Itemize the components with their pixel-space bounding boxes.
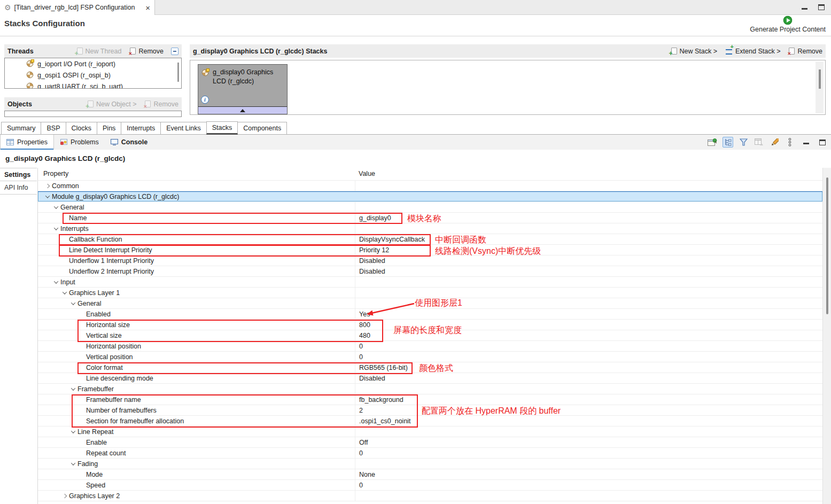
- property-row[interactable]: General: [38, 202, 822, 213]
- property-value[interactable]: [355, 277, 822, 287]
- property-row[interactable]: Line Repeat: [38, 427, 822, 437]
- remove-stack-button[interactable]: Remove: [789, 48, 822, 55]
- side-tab-api-info[interactable]: API Info: [0, 181, 37, 195]
- chevron-down-icon[interactable]: [69, 430, 77, 433]
- property-value[interactable]: DisplayVsyncCallback: [355, 234, 822, 244]
- property-value[interactable]: Disabled: [355, 266, 822, 276]
- tab-clocks[interactable]: Clocks: [66, 122, 98, 134]
- property-value[interactable]: 0: [355, 480, 822, 490]
- collapse-all-icon[interactable]: [171, 48, 178, 55]
- stack-card-g-display0[interactable]: g_display0 Graphics LCD (r_glcdc) i: [198, 64, 288, 114]
- threads-scrollbar[interactable]: [177, 63, 179, 82]
- extend-stack-button[interactable]: Extend Stack >: [726, 48, 780, 55]
- property-row[interactable]: Callback FunctionDisplayVsyncCallback: [38, 234, 822, 245]
- property-row[interactable]: Horizontal position0: [38, 341, 822, 352]
- chevron-down-icon[interactable]: [69, 387, 77, 391]
- property-row[interactable]: Interrupts: [38, 223, 822, 234]
- minimize-view-icon[interactable]: [803, 140, 809, 144]
- chevron-down-icon[interactable]: [52, 206, 60, 209]
- property-value[interactable]: 0: [355, 352, 822, 362]
- property-row[interactable]: Speed0: [38, 480, 822, 491]
- new-object-button[interactable]: New Object >: [88, 100, 136, 108]
- tab-bsp[interactable]: BSP: [41, 122, 66, 134]
- property-row[interactable]: Section for framebuffer allocation.ospi1…: [38, 416, 822, 427]
- new-window-pin-icon[interactable]: [707, 137, 718, 148]
- new-thread-button[interactable]: New Thread: [77, 48, 122, 55]
- property-row[interactable]: EnableOff: [38, 437, 822, 448]
- property-row[interactable]: Vertical size480: [38, 330, 822, 341]
- generate-project-content-button[interactable]: Generate Project Content: [750, 16, 826, 33]
- maximize-view-icon[interactable]: [819, 139, 826, 145]
- property-value[interactable]: [355, 384, 822, 394]
- property-value[interactable]: .ospi1_cs0_noinit: [355, 416, 822, 426]
- property-row[interactable]: Graphics Layer 2: [38, 491, 822, 501]
- property-row[interactable]: Repeat count0: [38, 448, 822, 459]
- property-value[interactable]: Disabled: [355, 255, 822, 266]
- property-value[interactable]: RGB565 (16-bit): [355, 362, 822, 373]
- chevron-down-icon[interactable]: [52, 281, 60, 284]
- tab-interrupts[interactable]: Interrupts: [121, 122, 161, 134]
- copy-table-icon[interactable]: [754, 137, 764, 148]
- diagram-scrollbar-thumb[interactable]: [819, 69, 821, 89]
- thread-item[interactable]: g_uart8 UART (r_sci_b_uart): [5, 81, 181, 89]
- property-value[interactable]: [355, 223, 822, 234]
- property-value[interactable]: [355, 491, 822, 501]
- stack-card-expand-strip[interactable]: [198, 106, 287, 114]
- property-row[interactable]: EnabledYes: [38, 309, 822, 320]
- new-stack-button[interactable]: New Stack >: [671, 48, 718, 55]
- property-value[interactable]: 0: [355, 448, 822, 458]
- pen-icon[interactable]: [769, 137, 780, 148]
- property-value[interactable]: Yes: [355, 309, 822, 319]
- minimize-icon[interactable]: [802, 5, 807, 10]
- chevron-right-icon[interactable]: [43, 184, 52, 188]
- property-row[interactable]: Framebuffer: [38, 384, 822, 394]
- property-value[interactable]: [355, 459, 822, 469]
- property-row[interactable]: Horizontal size800: [38, 320, 822, 330]
- property-value[interactable]: [355, 191, 822, 201]
- property-row[interactable]: Common: [38, 181, 822, 191]
- tab-properties[interactable]: Properties: [0, 135, 54, 150]
- property-value[interactable]: [355, 298, 822, 308]
- property-value[interactable]: [355, 288, 822, 298]
- property-value[interactable]: 800: [355, 320, 822, 330]
- property-row[interactable]: Nameg_display0: [38, 213, 822, 223]
- remove-thread-button[interactable]: Remove: [130, 48, 164, 55]
- tab-pins[interactable]: Pins: [97, 122, 121, 134]
- property-value[interactable]: [355, 181, 822, 191]
- maximize-icon[interactable]: [818, 4, 825, 10]
- property-value[interactable]: [355, 427, 822, 437]
- property-row[interactable]: Input: [38, 277, 822, 288]
- property-value[interactable]: 0: [355, 341, 822, 351]
- tab-components[interactable]: Components: [237, 122, 287, 134]
- tab-summary[interactable]: Summary: [1, 122, 41, 134]
- remove-object-button[interactable]: Remove: [145, 100, 178, 108]
- thread-item[interactable]: g_ospi1 OSPI (r_ospi_b): [5, 69, 181, 81]
- link-with-editor-icon[interactable]: [723, 137, 733, 148]
- property-value[interactable]: Off: [355, 437, 822, 447]
- properties-scrollbar-thumb[interactable]: [826, 177, 828, 314]
- property-value[interactable]: g_display0: [355, 213, 822, 223]
- property-row[interactable]: Underflow 2 Interrupt PriorityDisabled: [38, 266, 822, 277]
- tab-event-links[interactable]: Event Links: [160, 122, 207, 134]
- tab-console[interactable]: Console: [105, 135, 153, 150]
- property-value[interactable]: None: [355, 469, 822, 479]
- property-row[interactable]: Module g_display0 Graphics LCD (r_glcdc): [38, 191, 822, 202]
- property-row[interactable]: Underflow 1 Interrupt PriorityDisabled: [38, 255, 822, 266]
- property-row[interactable]: General: [38, 298, 822, 309]
- chevron-down-icon[interactable]: [60, 291, 69, 294]
- property-row[interactable]: Vertical position0: [38, 352, 822, 362]
- property-row[interactable]: Line Detect Interrupt PriorityPriority 1…: [38, 245, 822, 255]
- property-value[interactable]: Priority 12: [355, 245, 822, 255]
- editor-tab-fsp-configuration[interactable]: ⚙ [Titan_driver_rgb_lcd] FSP Configurati…: [0, 0, 155, 15]
- property-row[interactable]: Color formatRGB565 (16-bit): [38, 362, 822, 373]
- property-row[interactable]: ModeNone: [38, 469, 822, 480]
- close-icon[interactable]: ×: [145, 3, 150, 12]
- chevron-right-icon[interactable]: [60, 494, 69, 498]
- chevron-down-icon[interactable]: [69, 462, 77, 466]
- property-value[interactable]: fb_background: [355, 394, 822, 405]
- view-menu-icon[interactable]: [785, 137, 795, 148]
- chevron-down-icon[interactable]: [43, 195, 52, 198]
- property-row[interactable]: Number of framebuffers2: [38, 405, 822, 416]
- property-row[interactable]: Framebuffer namefb_background: [38, 394, 822, 405]
- property-value[interactable]: Disabled: [355, 373, 822, 383]
